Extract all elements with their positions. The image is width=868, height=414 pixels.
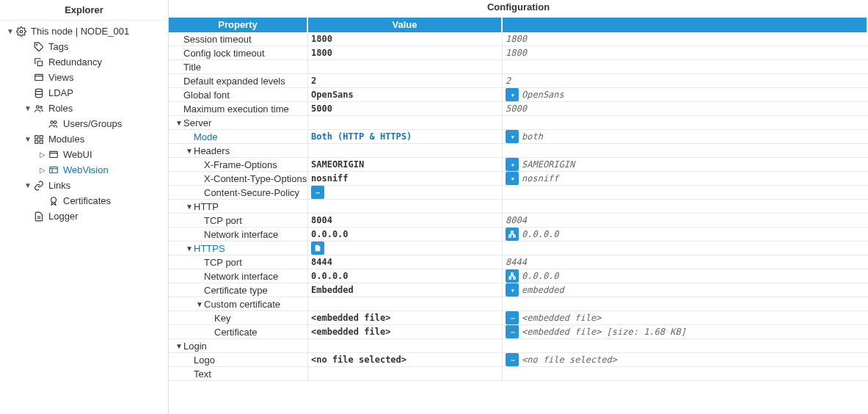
svg-rect-3 [35,74,43,80]
property-value[interactable]: Embedded [311,285,354,295]
dropdown-icon[interactable]: ▾ [506,130,519,143]
tree-item-views[interactable]: Views [0,70,168,85]
property-row[interactable]: Default expanded levels 2 2 [169,74,868,88]
column-header-default[interactable] [503,18,868,32]
tree-item-label: Views [48,72,73,83]
property-row[interactable]: Content-Secure-Policy ⋯ [169,186,868,200]
property-row[interactable]: Config lock timeout 1800 1800 [169,46,868,60]
more-icon[interactable]: ⋯ [506,353,519,366]
property-group-server[interactable]: ▼Server [169,116,868,130]
dropdown-icon[interactable]: ▾ [506,172,519,185]
property-label: Default expanded levels [183,76,285,87]
property-value[interactable]: <embedded file> [311,313,390,323]
property-row[interactable]: Title [169,60,868,74]
property-label: Certificate type [204,285,268,296]
property-row[interactable]: Network interface 0.0.0.0 0.0.0.0 [169,228,868,242]
tree-item-redundancy[interactable]: Redundancy [0,54,168,70]
property-row[interactable]: TCP port 8004 8004 [169,214,868,228]
property-group-http[interactable]: ▼HTTP [169,200,868,214]
property-value[interactable]: 8004 [311,215,332,225]
property-label: Headers [194,145,230,156]
tree-node-root[interactable]: ▼ This node | NODE_001 [0,23,168,39]
property-group-https[interactable]: ▼HTTPS [169,242,868,255]
property-row[interactable]: Global font OpenSans ▾OpenSans [169,88,868,102]
property-label: Content-Secure-Policy [204,187,299,198]
property-row[interactable]: X-Frame-Options SAMEORIGIN ▾SAMEORIGIN [169,158,868,172]
property-value[interactable]: 5000 [311,104,332,114]
property-value[interactable]: 2 [311,76,316,86]
property-label: Mode [194,131,218,142]
property-value[interactable]: nosniff [311,173,349,184]
property-row[interactable]: Network interface 0.0.0.0 0.0.0.0 [169,269,868,283]
property-row[interactable]: Text [169,367,868,381]
tree-item-roles[interactable]: ▼ Roles [0,101,168,116]
property-default: both [522,131,543,142]
column-header-property[interactable]: Property [169,18,308,32]
property-row[interactable]: X-Content-Type-Options nosniff ▾nosniff [169,172,868,186]
property-row[interactable]: Mode Both (HTTP & HTTPS) ▾both [169,130,868,144]
property-label: Session timeout [183,34,252,45]
config-panel: Configuration Property Value Session tim… [169,0,868,414]
window-icon [32,73,45,83]
property-group-custom-cert[interactable]: ▼Custom certificate [169,297,868,311]
property-label: Title [183,62,201,73]
file-icon [32,211,45,222]
property-value[interactable]: 1800 [311,34,332,44]
tree-item-label: Roles [48,103,73,114]
file-icon[interactable] [311,242,324,255]
tree-item-ldap[interactable]: LDAP [0,85,168,101]
property-value[interactable]: 1800 [311,48,332,58]
tree-item-webvision[interactable]: ▷ WebVision [0,162,168,178]
property-default: nosniff [522,173,559,184]
tree-item-certificates[interactable]: Certificates [0,193,168,208]
property-label: Key [214,313,230,324]
tree-item-users-groups[interactable]: Users/Groups [0,116,168,131]
database-icon [32,88,45,98]
property-row[interactable]: TCP port 8444 8444 [169,255,868,269]
property-row[interactable]: Certificate type Embedded ▾embedded [169,283,868,297]
property-label: TCP port [204,257,242,268]
svg-rect-22 [511,231,514,233]
svg-point-8 [51,120,54,123]
property-value[interactable]: <embedded file> [311,327,390,337]
network-icon[interactable] [506,228,519,241]
property-label: Global font [183,90,230,101]
more-icon[interactable]: ⋯ [506,325,519,338]
property-group-login[interactable]: ▼Login [169,339,868,353]
tree-item-links[interactable]: ▼ Links [0,178,168,193]
more-icon[interactable]: ⋯ [311,186,324,199]
property-value[interactable]: 8444 [311,257,332,267]
network-icon[interactable] [506,269,519,283]
tree-item-tags[interactable]: Tags [0,39,168,54]
property-row[interactable]: Maximum execution time 5000 5000 [169,102,868,116]
property-value[interactable]: Both (HTTP & HTTPS) [311,131,412,142]
chevron-down-icon: ▼ [23,104,32,112]
property-value[interactable]: <no file selected> [311,355,406,365]
more-icon[interactable]: ⋯ [506,311,519,324]
property-row[interactable]: Certificate <embedded file> ⋯<embedded f… [169,325,868,339]
chevron-down-icon: ▼ [185,244,194,253]
property-row[interactable]: Logo <no file selected> ⋯<no file select… [169,353,868,367]
property-value[interactable]: 0.0.0.0 [311,271,349,281]
tree-item-logger[interactable]: Logger [0,208,168,224]
column-header-value[interactable]: Value [308,18,503,32]
svg-rect-27 [514,277,516,280]
property-default: embedded [522,285,564,295]
tree-item-modules[interactable]: ▼ Modules [0,131,168,147]
property-row[interactable]: Key <embedded file> ⋯<embedded file> [169,311,868,325]
property-value[interactable]: 0.0.0.0 [311,229,349,239]
property-label: Login [183,341,207,352]
tree-item-label: Users/Groups [63,118,122,129]
users-icon [47,119,60,129]
dropdown-icon[interactable]: ▾ [506,88,519,101]
property-group-headers[interactable]: ▼Headers [169,144,868,158]
property-value[interactable]: OpenSans [311,90,354,100]
tree-item-webui[interactable]: ▷ WebUI [0,147,168,162]
dropdown-icon[interactable]: ▾ [506,158,519,171]
property-row[interactable]: Session timeout 1800 1800 [169,32,868,46]
dropdown-icon[interactable]: ▾ [506,283,519,297]
chevron-down-icon: ▼ [175,342,183,350]
property-value[interactable]: SAMEORIGIN [311,159,364,170]
svg-rect-10 [35,135,38,138]
tree-item-label: Tags [48,41,68,52]
